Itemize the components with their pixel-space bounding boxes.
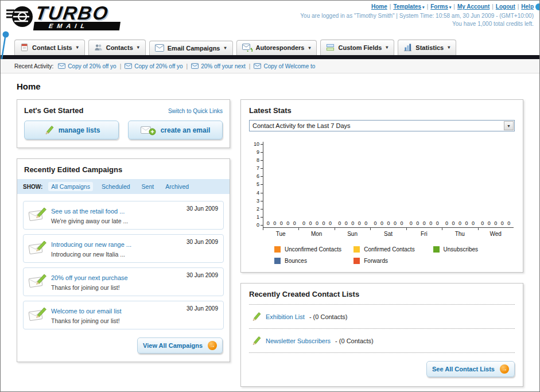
nav-tab-autoresponders[interactable]: Autoresponders▾ (236, 40, 317, 55)
chart-category-label: Wed (478, 228, 514, 237)
turbo-swirl-icon (6, 3, 34, 30)
item-separator: | (249, 63, 251, 69)
envelope-pencil-icon (28, 205, 48, 223)
top-link-my-account[interactable]: My Account (457, 3, 490, 10)
campaign-title-link[interactable]: Introducing our new range ... (51, 241, 131, 248)
link-separator: | (492, 3, 494, 10)
item-separator: | (187, 63, 188, 69)
y-tick-label: 1 (257, 215, 259, 220)
chart-plot: 0 0 0 0 00 0 0 0 00 0 0 0 00 0 0 0 00 0 … (263, 142, 514, 228)
nav-tab-custom-fields[interactable]: Custom Fields▾ (320, 40, 394, 55)
top-link-logout[interactable]: Logout (496, 3, 515, 10)
mail-small-icon (254, 63, 261, 69)
top-link-forms[interactable]: Forms▾ (430, 3, 451, 10)
campaign-title-link[interactable]: 20% off your next purchase (51, 274, 128, 281)
chart-category-label: Tue (263, 228, 298, 237)
y-axis-tick: 4 (257, 191, 263, 196)
contacts-icon (94, 43, 103, 52)
header-right: Home|Templates▾|Forms▾|My Account|Logout… (300, 3, 534, 27)
chart-group: 0 0 0 0 0 (406, 142, 442, 227)
contact-list-link[interactable]: Exhibition List (266, 313, 305, 320)
contact-list-count: - (0 Contacts) (335, 337, 374, 344)
arrow-right-icon: → (500, 364, 509, 374)
recent-activity-item[interactable]: 20% off your next (191, 63, 246, 69)
page-title: Home (17, 81, 523, 91)
campaign-title-link[interactable]: Welcome to our email list (51, 308, 122, 315)
logo-text: TURBO EMAIL (33, 5, 123, 30)
y-axis-tick: 3 (257, 199, 263, 204)
campaign-filter-archived[interactable]: Archived (162, 182, 192, 191)
recently-edited-campaigns-panel: Recently Edited Campaigns SHOW: All Camp… (17, 158, 230, 362)
legend-label: Unsubscribes (444, 246, 479, 253)
top-link-help[interactable]: Help (521, 3, 534, 10)
main-nav: Contact Lists▾Contacts▾Email Campaigns▾A… (1, 37, 539, 55)
campaigns-list: See us at the retail food ...We're givin… (17, 194, 230, 329)
top-link-home[interactable]: Home (371, 3, 387, 10)
see-all-contact-lists-label: See All Contact Lists (432, 366, 495, 372)
y-axis-tick: 5 (257, 182, 263, 187)
get-started-title: Let's Get Started (24, 106, 84, 115)
y-axis-tick: 1 (257, 215, 263, 220)
y-axis-tick: 0 (257, 223, 263, 228)
campaign-filter-all-campaigns[interactable]: All Campaigns (48, 182, 93, 191)
envelope-pencil-icon (28, 239, 48, 256)
top-link-templates[interactable]: Templates▾ (393, 3, 424, 10)
statistics-icon (403, 43, 412, 52)
create-email-button[interactable]: create an email (128, 121, 223, 139)
arrow-right-icon: → (208, 341, 217, 350)
campaign-date: 30 Jun 2009 (187, 305, 218, 312)
chart-category-label: Fri (406, 228, 442, 237)
campaign-title-link[interactable]: See us at the retail food ... (51, 208, 125, 215)
manage-lists-button[interactable]: manage lists (24, 121, 119, 139)
autoresponders-icon (242, 44, 252, 52)
legend-swatch (433, 246, 440, 253)
campaign-date: 30 Jun 2009 (187, 205, 218, 212)
login-info: You are logged in as "Timothy Smith" | S… (300, 13, 534, 19)
see-all-contact-lists-button[interactable]: See All Contact Lists → (426, 361, 515, 377)
stats-title: Latest Stats (249, 106, 515, 115)
chevron-down-icon: ▾ (308, 45, 310, 51)
show-label: SHOW: (23, 184, 42, 190)
campaign-date: 30 Jun 2009 (187, 272, 218, 278)
y-axis-tick: 2 (257, 207, 263, 212)
campaign-filter-sent[interactable]: Sent (139, 182, 157, 191)
contact-list-link[interactable]: Newsletter Subscribers (266, 337, 331, 344)
y-tick-label: 6 (257, 174, 259, 179)
dashboard-columns: Let's Get Started Switch to Quick Links … (17, 99, 523, 392)
envelope-pencil-icon (28, 272, 48, 289)
y-axis-tick: 8 (257, 158, 263, 163)
nav-tab-statistics[interactable]: Statistics▾ (398, 40, 456, 55)
legend-item-forwards: Forwards (353, 258, 433, 264)
campaign-item: 20% off your next purchaseThanks for joi… (23, 267, 224, 296)
view-all-campaigns-label: View All Campaigns (143, 342, 203, 349)
chart-group: 0 0 0 0 0 (442, 142, 477, 227)
nav-tab-contact-lists[interactable]: Contact Lists▾ (14, 40, 85, 55)
recent-activity-item[interactable]: Copy of 20% off yo (58, 63, 116, 69)
stats-period-select[interactable]: Contact Activity for the Last 7 Days ▼ (249, 120, 515, 131)
nav-tab-contacts[interactable]: Contacts▾ (88, 40, 146, 55)
recent-activity-item[interactable]: Copy of 20% off yo (125, 63, 182, 69)
y-tick-label: 10 (254, 142, 259, 147)
nav-tab-email-campaigns[interactable]: Email Campaigns▾ (149, 41, 233, 55)
chevron-down-icon: ▾ (224, 45, 226, 51)
contact-lists-icon (20, 43, 29, 52)
right-column: Latest Stats Contact Activity for the La… (240, 99, 523, 392)
recent-activity-bar: Recent Activity: Copy of 20% off yo|Copy… (1, 59, 539, 73)
switch-to-quick-links-link[interactable]: Switch to Quick Links (168, 108, 223, 114)
turbo-email-app: TURBO EMAIL Home|Templates▾|Forms▾|My Ac… (0, 0, 540, 392)
campaign-filter-scheduled[interactable]: Scheduled (99, 182, 133, 191)
chart-y-axis: 109876543210 (250, 142, 263, 228)
view-all-campaigns-button[interactable]: View All Campaigns → (137, 337, 223, 354)
email-campaigns-icon (155, 44, 164, 52)
chart-group: 0 0 0 0 0 (478, 142, 514, 227)
legend-swatch (274, 258, 281, 264)
pencil-icon (250, 335, 261, 346)
legend-item-unconfirmed-contacts: Unconfirmed Contacts (274, 246, 353, 253)
recent-activity-item[interactable]: Copy of Welcome to (254, 63, 315, 69)
header: TURBO EMAIL Home|Templates▾|Forms▾|My Ac… (1, 1, 539, 37)
chart-groups: 0 0 0 0 00 0 0 0 00 0 0 0 00 0 0 0 00 0 … (263, 142, 514, 227)
nav-underline-bar (1, 55, 539, 59)
logo-secondary: EMAIL (33, 22, 121, 30)
legend-swatch (353, 246, 360, 253)
link-separator: | (427, 3, 429, 10)
